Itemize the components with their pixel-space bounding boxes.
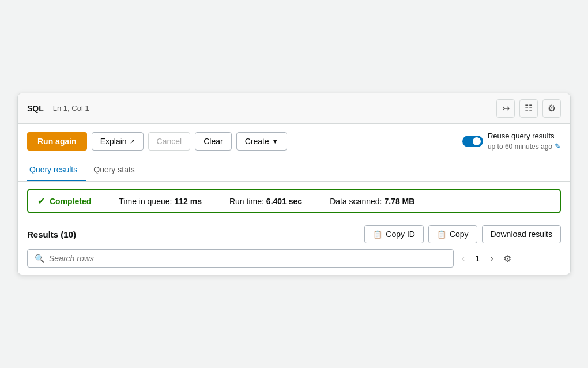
reuse-label: Reuse query results bbox=[488, 131, 561, 141]
completed-icon: ✔ bbox=[37, 196, 45, 206]
search-icon: 🔍 bbox=[35, 254, 44, 263]
header-sql-label: SQL bbox=[27, 104, 44, 113]
edit-icon[interactable]: ✎ bbox=[555, 141, 561, 152]
reuse-subtext: up to 60 minutes ago ✎ bbox=[488, 141, 561, 152]
explain-button[interactable]: Explain ↗ bbox=[92, 132, 144, 151]
status-label: Completed bbox=[50, 197, 91, 206]
external-link-icon: ↗ bbox=[130, 138, 135, 145]
header-position: Ln 1, Col 1 bbox=[53, 104, 89, 112]
copy-button[interactable]: 📋 Copy bbox=[428, 225, 477, 243]
search-input[interactable] bbox=[49, 254, 446, 263]
search-bar[interactable]: 🔍 bbox=[27, 249, 454, 268]
explain-label: Explain bbox=[100, 137, 127, 146]
table-icon: ☷ bbox=[525, 103, 533, 114]
copy-id-icon: 📋 bbox=[373, 230, 382, 239]
clear-button[interactable]: Clear bbox=[195, 132, 231, 151]
gear-icon: ⚙ bbox=[548, 103, 556, 114]
settings-header-icon-button[interactable]: ⚙ bbox=[542, 99, 561, 118]
data-scanned: Data scanned: 7.78 MB bbox=[330, 197, 414, 206]
tabs-bar: Query results Query stats bbox=[18, 159, 570, 182]
data-scanned-label: Data scanned: bbox=[330, 197, 382, 206]
copy-id-label: Copy ID bbox=[386, 230, 415, 239]
download-results-button[interactable]: Download results bbox=[482, 225, 561, 243]
copy-id-button[interactable]: 📋 Copy ID bbox=[364, 225, 424, 243]
copy-label: Copy bbox=[450, 230, 469, 239]
format-icon: ↣ bbox=[502, 103, 510, 114]
results-header: Results (10) 📋 Copy ID 📋 Copy Download r… bbox=[27, 225, 561, 243]
time-in-queue: Time in queue: 112 ms bbox=[119, 197, 202, 206]
data-scanned-value: 7.78 MB bbox=[384, 197, 414, 206]
pagination: ‹ 1 › bbox=[458, 252, 496, 265]
format-icon-button[interactable]: ↣ bbox=[496, 99, 515, 118]
copy-icon: 📋 bbox=[437, 230, 446, 239]
reuse-section: Reuse query results up to 60 minutes ago… bbox=[462, 131, 561, 152]
page-number: 1 bbox=[470, 253, 484, 264]
status-bar: ✔ Completed Time in queue: 112 ms Run ti… bbox=[27, 189, 561, 213]
tab-query-stats[interactable]: Query stats bbox=[91, 159, 144, 181]
results-section: Results (10) 📋 Copy ID 📋 Copy Download r… bbox=[18, 220, 570, 275]
reuse-toggle[interactable] bbox=[462, 136, 483, 147]
next-page-button[interactable]: › bbox=[487, 252, 496, 265]
header-left: SQL Ln 1, Col 1 bbox=[27, 104, 89, 113]
column-settings-button[interactable]: ⚙ bbox=[501, 251, 514, 266]
gear-icon: ⚙ bbox=[503, 254, 511, 264]
prev-page-button[interactable]: ‹ bbox=[458, 252, 468, 265]
reuse-text: Reuse query results up to 60 minutes ago… bbox=[488, 131, 561, 152]
create-button[interactable]: Create ▼ bbox=[236, 132, 287, 151]
run-time-label: Run time: bbox=[229, 197, 264, 206]
header-icons: ↣ ☷ ⚙ bbox=[496, 99, 561, 118]
header-bar: SQL Ln 1, Col 1 ↣ ☷ ⚙ bbox=[18, 93, 570, 124]
toolbar: Run again Explain ↗ Cancel Clear Create … bbox=[18, 124, 570, 159]
results-title: Results (10) bbox=[27, 230, 364, 239]
table-icon-button[interactable]: ☷ bbox=[519, 99, 538, 118]
results-actions: 📋 Copy ID 📋 Copy Download results bbox=[364, 225, 561, 243]
run-time: Run time: 6.401 sec bbox=[229, 197, 302, 206]
time-in-queue-label: Time in queue: bbox=[119, 197, 172, 206]
search-row: 🔍 ‹ 1 › ⚙ bbox=[27, 249, 561, 268]
time-in-queue-value: 112 ms bbox=[174, 197, 201, 206]
create-label: Create bbox=[245, 137, 269, 146]
run-again-button[interactable]: Run again bbox=[27, 132, 87, 151]
tab-query-results[interactable]: Query results bbox=[27, 159, 86, 181]
cancel-button[interactable]: Cancel bbox=[148, 132, 191, 151]
chevron-down-icon: ▼ bbox=[272, 138, 278, 145]
main-panel: SQL Ln 1, Col 1 ↣ ☷ ⚙ Run again Explain … bbox=[17, 93, 571, 275]
run-time-value: 6.401 sec bbox=[266, 197, 302, 206]
